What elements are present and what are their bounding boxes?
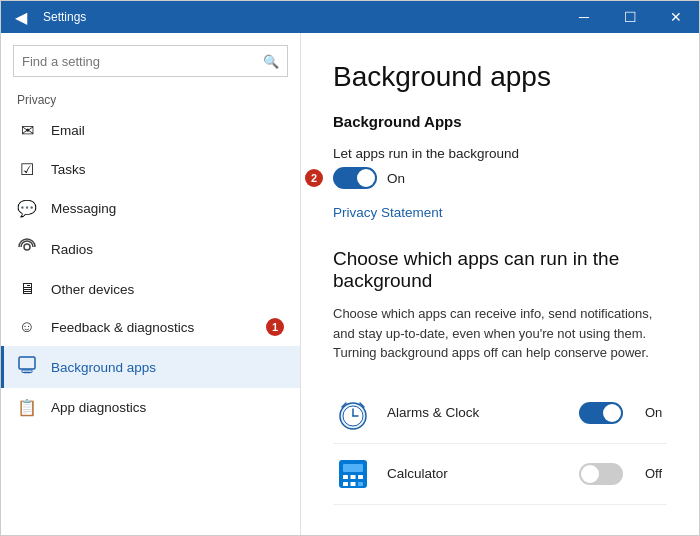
calculator-toggle[interactable] bbox=[579, 463, 623, 485]
section1-title: Background Apps bbox=[333, 113, 667, 130]
svg-rect-11 bbox=[343, 464, 363, 472]
search-input[interactable] bbox=[22, 54, 263, 69]
section2-desc: Choose which apps can receive info, send… bbox=[333, 304, 667, 363]
sidebar-item-email[interactable]: ✉ Email bbox=[1, 111, 300, 150]
svg-rect-15 bbox=[343, 482, 348, 486]
title-bar-controls: ─ ☐ ✕ bbox=[561, 1, 699, 33]
other-devices-icon: 🖥 bbox=[17, 280, 37, 298]
window-title: Settings bbox=[43, 10, 86, 24]
radios-icon bbox=[17, 238, 37, 260]
annotation-2: 2 bbox=[305, 169, 323, 187]
badge-2: 2 bbox=[305, 169, 323, 187]
minimize-button[interactable]: ─ bbox=[561, 1, 607, 33]
page-title: Background apps bbox=[333, 61, 667, 93]
section2-title: Choose which apps can run in the backgro… bbox=[333, 248, 667, 292]
sidebar-section-label: Privacy bbox=[1, 85, 300, 111]
svg-rect-14 bbox=[358, 475, 363, 479]
app-row-alarms: Alarms & Clock On bbox=[333, 383, 667, 444]
sidebar-item-tasks[interactable]: ☑ Tasks bbox=[1, 150, 300, 189]
svg-point-0 bbox=[24, 244, 30, 250]
sidebar-item-label: Background apps bbox=[51, 360, 156, 375]
alarms-toggle-thumb bbox=[603, 404, 621, 422]
background-apps-icon bbox=[17, 356, 37, 378]
feedback-badge: 1 bbox=[266, 318, 284, 336]
main-area: 🔍 Privacy ✉ Email ☑ Tasks 💬 Messaging bbox=[1, 33, 699, 535]
calculator-toggle-thumb bbox=[581, 465, 599, 483]
svg-rect-16 bbox=[351, 482, 356, 486]
sidebar-item-feedback[interactable]: ☺ Feedback & diagnostics 1 bbox=[1, 308, 300, 346]
sidebar-item-label: Email bbox=[51, 123, 85, 138]
sidebar-item-other-devices[interactable]: 🖥 Other devices bbox=[1, 270, 300, 308]
maximize-button[interactable]: ☐ bbox=[607, 1, 653, 33]
back-button[interactable]: ◀ bbox=[9, 4, 33, 31]
search-icon: 🔍 bbox=[263, 54, 279, 69]
svg-rect-12 bbox=[343, 475, 348, 479]
alarms-icon bbox=[333, 393, 373, 433]
alarms-toggle[interactable] bbox=[579, 402, 623, 424]
svg-rect-1 bbox=[19, 357, 35, 369]
sidebar-item-app-diagnostics[interactable]: 📋 App diagnostics bbox=[1, 388, 300, 427]
close-button[interactable]: ✕ bbox=[653, 1, 699, 33]
app-diagnostics-icon: 📋 bbox=[17, 398, 37, 417]
messaging-icon: 💬 bbox=[17, 199, 37, 218]
sidebar-item-radios[interactable]: Radios bbox=[1, 228, 300, 270]
email-icon: ✉ bbox=[17, 121, 37, 140]
content-area: Background apps Background Apps Let apps… bbox=[301, 33, 699, 535]
toggle-track[interactable] bbox=[333, 167, 377, 189]
sidebar-item-label: Feedback & diagnostics bbox=[51, 320, 194, 335]
alarms-toggle-label: On bbox=[645, 405, 667, 420]
alarms-name: Alarms & Clock bbox=[387, 405, 565, 420]
title-bar: ◀ Settings ─ ☐ ✕ bbox=[1, 1, 699, 33]
sidebar-item-messaging[interactable]: 💬 Messaging bbox=[1, 189, 300, 228]
toggle-thumb bbox=[357, 169, 375, 187]
tasks-icon: ☑ bbox=[17, 160, 37, 179]
svg-rect-17 bbox=[358, 482, 363, 486]
background-toggle[interactable] bbox=[333, 167, 377, 189]
sidebar-item-background-apps[interactable]: Background apps bbox=[1, 346, 300, 388]
title-bar-left: ◀ Settings bbox=[9, 4, 86, 31]
settings-window: ◀ Settings ─ ☐ ✕ 🔍 Privacy ✉ Email bbox=[0, 0, 700, 536]
calculator-name: Calculator bbox=[387, 466, 565, 481]
sidebar-item-label: Radios bbox=[51, 242, 93, 257]
sidebar-nav: Privacy ✉ Email ☑ Tasks 💬 Messaging bbox=[1, 85, 300, 535]
sidebar-item-label: Messaging bbox=[51, 201, 116, 216]
sidebar: 🔍 Privacy ✉ Email ☑ Tasks 💬 Messaging bbox=[1, 33, 301, 535]
calculator-icon bbox=[333, 454, 373, 494]
feedback-icon: ☺ bbox=[17, 318, 37, 336]
sidebar-item-label: App diagnostics bbox=[51, 400, 146, 415]
toggle-description: Let apps run in the background bbox=[333, 146, 667, 161]
privacy-statement-link[interactable]: Privacy Statement bbox=[333, 205, 667, 220]
alarms-toggle-track[interactable] bbox=[579, 402, 623, 424]
sidebar-item-label: Other devices bbox=[51, 282, 134, 297]
svg-rect-13 bbox=[351, 475, 356, 479]
toggle-state-label: On bbox=[387, 171, 405, 186]
calculator-toggle-label: Off bbox=[645, 466, 667, 481]
calculator-toggle-track[interactable] bbox=[579, 463, 623, 485]
sidebar-item-label: Tasks bbox=[51, 162, 86, 177]
background-toggle-row: 2 On bbox=[333, 167, 667, 189]
search-box[interactable]: 🔍 bbox=[13, 45, 288, 77]
app-row-calculator: Calculator Off bbox=[333, 444, 667, 505]
